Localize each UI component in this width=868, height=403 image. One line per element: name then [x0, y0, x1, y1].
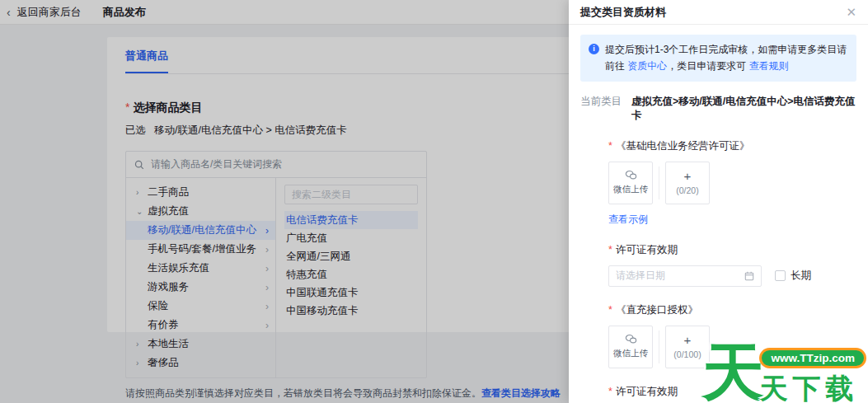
- date-placeholder: 请选择日期: [616, 269, 739, 283]
- divider: [659, 166, 659, 199]
- review-notice-banner: i 提交后预计1-3个工作日完成审核，如需申请更多类目请前往 资质中心，类目申请…: [580, 35, 856, 82]
- long-term-checkbox-1[interactable]: 长期: [775, 269, 811, 283]
- field-label-text: 《基础电信业务经营许可证》: [616, 140, 750, 152]
- upload-label: 微信上传: [613, 348, 648, 359]
- qualification-drawer: 提交类目资质材料 ✕ i 提交后预计1-3个工作日完成审核，如需申请更多类目请前…: [569, 0, 868, 403]
- checkbox-label: 长期: [791, 269, 811, 283]
- view-example-link[interactable]: 查看示例: [608, 213, 648, 227]
- field-label-text: 《直充接口授权》: [616, 304, 698, 316]
- required-asterisk: *: [608, 386, 612, 397]
- wechat-icon: [625, 170, 637, 180]
- plus-icon: +: [684, 334, 692, 346]
- add-file-button[interactable]: + (0/20): [665, 162, 710, 204]
- add-file-button[interactable]: + (0/100): [665, 326, 710, 368]
- calendar-icon: [744, 271, 754, 281]
- required-asterisk: *: [608, 140, 612, 152]
- view-rules-link[interactable]: 查看规则: [749, 60, 789, 72]
- upload-row-direct-recharge-auth: 微信上传 + (0/100): [608, 326, 856, 368]
- date-picker-input-1[interactable]: 请选择日期: [608, 265, 762, 287]
- plus-icon: +: [684, 170, 692, 182]
- checkbox-icon: [775, 270, 786, 281]
- required-asterisk: *: [608, 304, 612, 316]
- qualification-center-link[interactable]: 资质中心: [627, 60, 667, 72]
- notice-text: 提交后预计1-3个工作日完成审核，如需申请更多类目请前往 资质中心，类目申请要求…: [605, 41, 848, 75]
- wechat-icon: [625, 334, 637, 344]
- current-category-row: 当前类目 虚拟充值>移动/联通/电信充值中心>电信话费充值卡: [580, 95, 856, 123]
- drawer-title: 提交类目资质材料: [580, 5, 666, 20]
- upload-count: (0/100): [673, 349, 701, 359]
- current-category-value: 虚拟充值>移动/联通/电信充值中心>电信话费充值卡: [631, 95, 856, 123]
- field-label-direct-recharge-auth: *《直充接口授权》: [608, 303, 856, 317]
- notice-text-mid: ，类目申请要求可: [667, 60, 748, 72]
- field-label-basic-telecom-license: *《基础电信业务经营许可证》: [608, 139, 856, 153]
- wechat-upload-button[interactable]: 微信上传: [608, 162, 653, 204]
- current-category-label: 当前类目: [580, 95, 622, 123]
- close-icon[interactable]: ✕: [846, 6, 856, 18]
- field-label-text: 许可证有效期: [616, 386, 678, 397]
- upload-row-basic-telecom-license: 微信上传 + (0/20): [608, 162, 856, 204]
- validity-row-1: 请选择日期 长期: [608, 265, 856, 287]
- field-label-license-validity-1: *许可证有效期: [608, 243, 856, 257]
- field-label-license-validity-2: *许可证有效期: [608, 385, 856, 399]
- required-asterisk: *: [608, 244, 612, 255]
- field-label-text: 许可证有效期: [616, 244, 678, 255]
- divider: [659, 330, 659, 363]
- wechat-upload-button[interactable]: 微信上传: [608, 326, 653, 368]
- drawer-header: 提交类目资质材料 ✕: [569, 0, 868, 25]
- upload-label: 微信上传: [613, 184, 648, 195]
- info-icon: i: [589, 44, 599, 54]
- upload-count: (0/20): [676, 185, 698, 195]
